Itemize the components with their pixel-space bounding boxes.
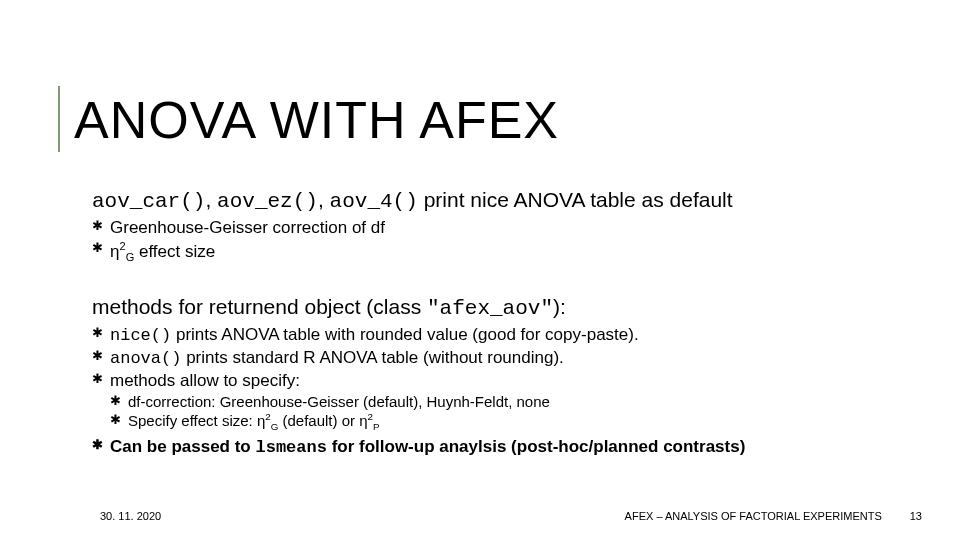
bullet-effectsize: Specify effect size: η2G (default) or η2… (110, 411, 912, 434)
bullet-eta: η2G effect size (92, 239, 912, 264)
bullet-dfcorr: df-correction: Greenhouse-Geisser (defau… (110, 392, 912, 412)
footer-page: 13 (910, 510, 922, 522)
ls-pre: Can be passed to (110, 437, 255, 456)
anova-rest: prints standard R ANOVA table (without r… (181, 348, 563, 367)
intro-rest: print nice ANOVA table as default (418, 188, 733, 211)
ls-post: for follow-up anaylsis (post-hoc/planned… (327, 437, 745, 456)
bullet-gg: Greenhouse-Geisser correction of df (92, 217, 912, 239)
methods-post: ): (553, 295, 566, 318)
eta-rest: effect size (134, 242, 215, 261)
fn-aov-4: aov_4() (330, 190, 418, 213)
bullet-specify: methods allow to specify: (92, 370, 912, 392)
fn-nice: nice() (110, 326, 171, 345)
fn-aov-car: aov_car() (92, 190, 205, 213)
class-name: "afex_aov" (427, 297, 553, 320)
footer-source: AFEX – ANALYSIS OF FACTORIAL EXPERIMENTS (625, 510, 882, 522)
sep: , (318, 188, 330, 211)
methods-line: methods for returnend object (class "afe… (92, 295, 912, 320)
intro-line: aov_car(), aov_ez(), aov_4() print nice … (92, 188, 912, 213)
bullet-lsmeans: Can be passed to lsmeans for follow-up a… (92, 436, 912, 459)
sep: , (205, 188, 217, 211)
slide-footer: 30. 11. 2020 AFEX – ANALYSIS OF FACTORIA… (0, 510, 960, 522)
es-mid: (default) or (278, 412, 359, 429)
nested-list: df-correction: Greenhouse-Geisser (defau… (110, 392, 912, 434)
fn-aov-ez: aov_ez() (217, 190, 318, 213)
eta-symbol: η (359, 412, 367, 429)
nice-rest: prints ANOVA table with rounded value (g… (171, 325, 638, 344)
footer-date: 30. 11. 2020 (100, 510, 161, 522)
methods-pre: methods for returnend object (class (92, 295, 427, 318)
bullet-nice: nice() prints ANOVA table with rounded v… (92, 324, 912, 347)
es-pre: Specify effect size: (128, 412, 257, 429)
bullet-anova: anova() prints standard R ANOVA table (w… (92, 347, 912, 370)
fn-anova: anova() (110, 349, 181, 368)
fn-lsmeans: lsmeans (255, 438, 326, 457)
eta-sub: P (373, 421, 380, 432)
slide-body: aov_car(), aov_ez(), aov_4() print nice … (92, 188, 912, 459)
eta-sub: G (126, 251, 135, 263)
slide-title: ANOVA WITH AFEX (74, 90, 559, 150)
title-accent-bar (58, 86, 60, 152)
